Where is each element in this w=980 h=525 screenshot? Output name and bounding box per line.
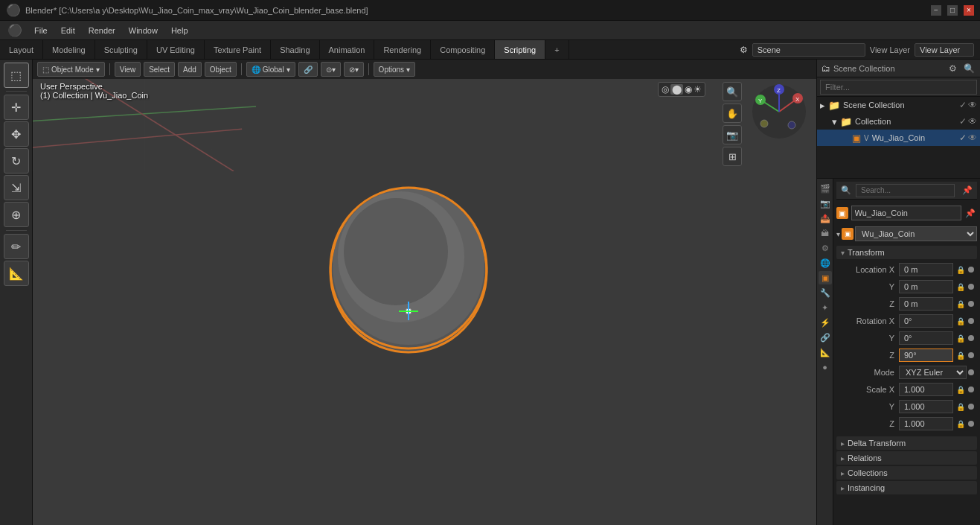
- data-props-icon[interactable]: 📐: [819, 346, 832, 359]
- tab-animation[interactable]: Animation: [320, 40, 375, 59]
- location-y-lock-icon[interactable]: 🔒: [955, 281, 967, 293]
- object-props-icon[interactable]: ▣: [819, 271, 832, 284]
- rotation-y-lock-icon[interactable]: 🔒: [955, 332, 967, 344]
- tab-texture-paint[interactable]: Texture Paint: [205, 40, 271, 59]
- navigation-gizmo[interactable]: X Y Z: [749, 82, 809, 141]
- tab-uv-editing[interactable]: UV Editing: [147, 40, 205, 59]
- menu-help[interactable]: Help: [165, 25, 194, 36]
- material-props-icon[interactable]: ●: [819, 360, 832, 374]
- rotation-y-value[interactable]: 0°: [899, 331, 953, 345]
- props-search-input[interactable]: [856, 184, 955, 197]
- scale-z-keyframe-dot[interactable]: [968, 421, 974, 427]
- location-x-keyframe-dot[interactable]: [968, 267, 974, 273]
- transform-tool-icon[interactable]: ⊕: [4, 202, 29, 227]
- render-props-icon[interactable]: 📷: [819, 197, 832, 210]
- props-pin-icon[interactable]: 📌: [962, 185, 973, 195]
- menu-edit[interactable]: Edit: [55, 25, 81, 36]
- tab-scripting[interactable]: Scripting: [495, 40, 545, 59]
- rotation-x-value[interactable]: 0°: [899, 314, 953, 328]
- proportional-edit[interactable]: ⊙▾: [321, 62, 341, 77]
- rotation-z-lock-icon[interactable]: 🔒: [955, 349, 967, 361]
- camera-view-icon[interactable]: 🔍: [723, 82, 742, 101]
- location-x-lock-icon[interactable]: 🔒: [955, 264, 967, 276]
- mesh-data-select[interactable]: Wu_Jiao_Coin: [855, 226, 977, 241]
- viewport-overlays[interactable]: ⊘▾: [344, 62, 364, 77]
- tab-modeling[interactable]: Modeling: [43, 40, 95, 59]
- tab-rendering[interactable]: Rendering: [374, 40, 431, 59]
- wu-jiao-coin-eye-icon[interactable]: 👁: [968, 133, 977, 143]
- minimize-button[interactable]: −: [931, 5, 941, 16]
- physics-props-icon[interactable]: ⚡: [819, 316, 832, 329]
- delta-transform-header[interactable]: ▸ Delta Transform: [836, 436, 977, 450]
- scale-y-value[interactable]: 1.000: [899, 400, 953, 413]
- collection-eye-icon[interactable]: 👁: [968, 116, 977, 127]
- constraints-props-icon[interactable]: 🔗: [819, 331, 832, 344]
- scene-settings-icon[interactable]: ⚙: [819, 241, 832, 255]
- tab-sculpting[interactable]: Sculpting: [95, 40, 147, 59]
- scene-collection-check-icon[interactable]: ✓: [959, 100, 967, 110]
- tab-add[interactable]: +: [545, 40, 569, 59]
- menu-blender[interactable]: ⚫: [3, 23, 27, 37]
- scale-x-keyframe-dot[interactable]: [968, 386, 974, 392]
- viewlayer-input[interactable]: [915, 43, 974, 57]
- relations-header[interactable]: ▸ Relations: [836, 451, 977, 465]
- outliner-item-scene-collection[interactable]: ▸ 📁 Scene Collection ✓ 👁: [817, 97, 980, 113]
- measure-tool-icon[interactable]: 📐: [4, 261, 29, 286]
- rotation-y-keyframe-dot[interactable]: [968, 335, 974, 341]
- transform-orientation[interactable]: 🌐 Global ▾: [246, 62, 295, 77]
- world-props-icon[interactable]: 🌐: [819, 256, 832, 270]
- viewport-3d[interactable]: ⬚ Object Mode ▾ View Select Add Object 🌐…: [33, 60, 816, 525]
- camera-icon[interactable]: 📷: [723, 125, 742, 144]
- rotation-z-value[interactable]: 90°: [899, 349, 953, 362]
- rotation-x-keyframe-dot[interactable]: [968, 318, 974, 324]
- scale-x-value[interactable]: 1.000: [899, 383, 953, 396]
- select-menu[interactable]: Select: [144, 62, 175, 77]
- outliner-item-wu-jiao-coin[interactable]: ▾ ▣ V Wu_Jiao_Coin ✓ 👁: [817, 130, 980, 146]
- material-shading-icon[interactable]: ◉: [685, 84, 692, 95]
- location-y-keyframe-dot[interactable]: [968, 284, 974, 290]
- scale-x-lock-icon[interactable]: 🔒: [955, 384, 967, 395]
- scale-z-value[interactable]: 1.000: [899, 417, 953, 430]
- transform-section-header[interactable]: ▾ Transform: [836, 246, 977, 259]
- object-menu[interactable]: Object: [205, 62, 237, 77]
- modifier-props-icon[interactable]: 🔧: [819, 286, 832, 299]
- outliner-search-icon[interactable]: 🔍: [962, 62, 976, 75]
- rotation-x-lock-icon[interactable]: 🔒: [955, 315, 967, 327]
- scene-input[interactable]: [752, 43, 865, 57]
- menu-render[interactable]: Render: [83, 25, 121, 36]
- tab-layout[interactable]: Layout: [0, 40, 43, 59]
- scene-collection-eye-icon[interactable]: 👁: [968, 100, 977, 110]
- location-z-value[interactable]: 0 m: [899, 297, 953, 311]
- select-box-icon[interactable]: ⬚: [4, 63, 29, 88]
- orthographic-icon[interactable]: ⊞: [723, 147, 742, 166]
- outliner-filter-icon[interactable]: ⚙: [946, 62, 959, 75]
- rendered-shading-icon[interactable]: ☀: [694, 84, 702, 95]
- annotate-tool-icon[interactable]: ✏: [4, 234, 29, 259]
- solid-shading-icon[interactable]: ⬤: [670, 84, 683, 95]
- outliner-search-input[interactable]: [820, 80, 977, 95]
- cursor-tool-icon[interactable]: ✛: [4, 95, 29, 120]
- tab-compositing[interactable]: Compositing: [431, 40, 495, 59]
- scale-y-lock-icon[interactable]: 🔒: [955, 401, 967, 413]
- tab-shading[interactable]: Shading: [271, 40, 319, 59]
- scene-props-icon[interactable]: 🎬: [819, 182, 832, 195]
- location-z-lock-icon[interactable]: 🔒: [955, 298, 967, 310]
- viewport-mode-selector[interactable]: ⬚ Object Mode ▾: [37, 62, 105, 77]
- rotate-tool-icon[interactable]: ↻: [4, 148, 29, 174]
- snap-toggle[interactable]: 🔗: [298, 62, 318, 77]
- particles-props-icon[interactable]: ✦: [819, 301, 832, 314]
- outliner-item-collection[interactable]: ▾ 📁 Collection ✓ 👁: [817, 113, 980, 130]
- options-menu[interactable]: Options ▾: [374, 62, 415, 77]
- grab-tool-icon[interactable]: ✋: [723, 104, 742, 123]
- object-name-input[interactable]: [851, 206, 961, 220]
- rotation-mode-select[interactable]: XYZ Euler: [899, 366, 967, 379]
- rotation-mode-dot[interactable]: [968, 369, 974, 375]
- scene-shading-icon[interactable]: ◎: [662, 84, 669, 95]
- collections-header[interactable]: ▸ Collections: [836, 466, 977, 480]
- close-button[interactable]: ×: [964, 5, 974, 16]
- wu-jiao-coin-check-icon[interactable]: ✓: [959, 133, 967, 143]
- instancing-header[interactable]: ▸ Instancing: [836, 481, 977, 494]
- collection-check-icon[interactable]: ✓: [959, 116, 967, 127]
- object-pin-button[interactable]: 📌: [964, 206, 977, 220]
- scale-z-lock-icon[interactable]: 🔒: [955, 418, 967, 430]
